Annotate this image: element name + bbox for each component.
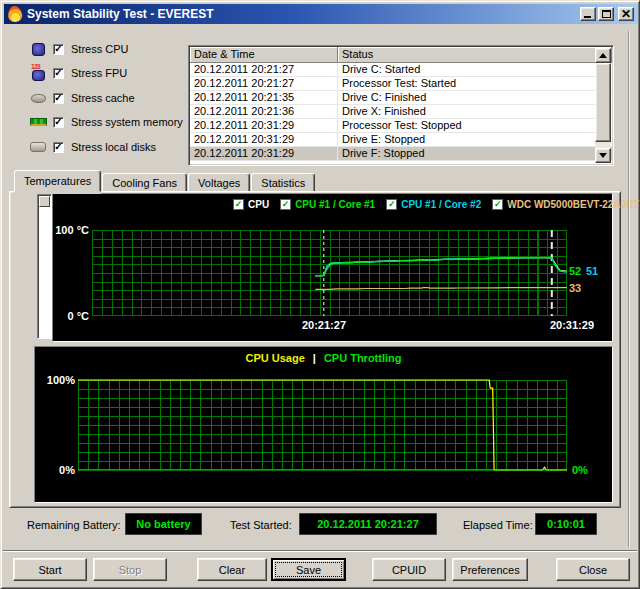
stress-checkbox[interactable]: ✓: [53, 142, 64, 153]
legend-label: CPU: [248, 199, 269, 210]
cache-icon: [29, 94, 47, 103]
temp-chart-left-scrollbar[interactable]: [37, 194, 52, 339]
tab-temperatures[interactable]: Temperatures: [14, 170, 101, 192]
mem-icon: [29, 118, 47, 126]
table-row[interactable]: 20.12.2011 20:31:29Drive E: Stopped: [190, 133, 612, 147]
titlebar[interactable]: System Stability Test - EVEREST ✕: [4, 4, 638, 24]
stress-option-row: ✓Stress cache: [29, 90, 135, 106]
cell-status: Drive C: Finished: [338, 91, 612, 104]
table-row[interactable]: 20.12.2011 20:21:36Drive X: Finished: [190, 105, 612, 119]
scroll-down-button[interactable]: [595, 148, 611, 163]
close-button[interactable]: ✕: [618, 7, 634, 21]
series-cpu: [315, 258, 567, 276]
battery-value: No battery: [125, 513, 202, 535]
usage-y-min-label: 0%: [49, 464, 75, 476]
stress-checkbox-label: Stress system memory: [71, 116, 183, 128]
event-log-inner: Date & Time Status 20.12.2011 20:21:27Dr…: [190, 47, 612, 164]
cell-datetime: 20.12.2011 20:31:29: [190, 147, 338, 160]
legend-item: ✓CPU: [233, 199, 269, 210]
scroll-down-icon: [599, 153, 607, 158]
legend-item: ✓CPU #1 / Core #2: [386, 199, 481, 210]
legend-checkbox[interactable]: ✓: [386, 199, 397, 210]
usage-y-max-label: 100%: [41, 374, 75, 386]
temperature-legend: ✓CPU✓CPU #1 / Core #1✓CPU #1 / Core #2✓W…: [233, 197, 640, 211]
legend-checkbox[interactable]: ✓: [492, 199, 503, 210]
clear-button[interactable]: Clear: [197, 558, 267, 581]
save-button[interactable]: Save: [271, 558, 346, 581]
temp-x-tick-end: 20:31:29: [542, 319, 602, 331]
legend-checkbox[interactable]: ✓: [280, 199, 291, 210]
tab-voltages[interactable]: Voltages: [188, 173, 250, 192]
cpuid-button[interactable]: CPUID: [372, 558, 446, 581]
system-stability-test-window: System Stability Test - EVEREST ✕ ✓Stres…: [0, 0, 640, 589]
cell-datetime: 20.12.2011 20:31:29: [190, 119, 338, 132]
cell-status: Drive C: Started: [338, 63, 612, 76]
cell-datetime: 20.12.2011 20:21:27: [190, 77, 338, 90]
legend-label: CPU #1 / Core #1: [295, 199, 375, 210]
temp-y-min-label: 0 °C: [61, 310, 89, 322]
battery-label: Remaining Battery:: [27, 519, 121, 531]
stress-option-row: 123✓Stress FPU: [29, 65, 127, 81]
close-button[interactable]: Close: [556, 558, 630, 581]
temp-y-max-label: 100 °C: [55, 224, 89, 236]
cell-datetime: 20.12.2011 20:31:29: [190, 133, 338, 146]
column-header-status[interactable]: Status: [338, 47, 612, 63]
usage-title-part: CPU Throttling: [324, 352, 402, 364]
app-flame-icon: [7, 5, 23, 23]
cell-status: Drive F: Stopped: [338, 147, 612, 160]
scroll-up-icon: [599, 53, 607, 58]
stress-option-row: ✓Stress local disks: [29, 139, 156, 155]
stress-checkbox[interactable]: ✓: [53, 44, 64, 55]
event-log-list[interactable]: Date & Time Status 20.12.2011 20:21:27Dr…: [188, 45, 614, 166]
list-scrollbar-thumb[interactable]: [595, 63, 611, 142]
cell-datetime: 20.12.2011 20:21:35: [190, 91, 338, 104]
close-icon: ✕: [619, 7, 633, 21]
test-started-label: Test Started:: [230, 519, 292, 531]
tab-statistics[interactable]: Statistics: [251, 173, 315, 192]
elapsed-time-value: 0:10:01: [535, 513, 597, 535]
end-value-label: 33: [569, 282, 581, 294]
cpu-usage-chart-panel: CPU Usage|CPU Throttling 100% 0% 0%: [34, 346, 613, 503]
column-header-datetime[interactable]: Date & Time: [190, 47, 338, 63]
stress-checkbox[interactable]: ✓: [53, 117, 64, 128]
legend-checkbox[interactable]: ✓: [233, 199, 244, 210]
maximize-button[interactable]: [598, 7, 614, 21]
legend-item: ✓CPU #1 / Core #1: [280, 199, 375, 210]
list-scrollbar[interactable]: [595, 48, 611, 163]
temperature-chart-panel: ✓CPU✓CPU #1 / Core #1✓CPU #1 / Core #2✓W…: [52, 193, 613, 342]
cell-status: Processor Test: Stopped: [338, 119, 612, 132]
event-log-rows: 20.12.2011 20:21:27Drive C: Started20.12…: [190, 63, 612, 161]
cell-datetime: 20.12.2011 20:21:36: [190, 105, 338, 118]
stress-option-row: ✓Stress CPU: [29, 41, 128, 57]
stress-checkbox-label: Stress local disks: [71, 141, 156, 153]
preferences-button[interactable]: Preferences: [452, 558, 528, 581]
cell-status: Drive E: Stopped: [338, 133, 612, 146]
table-row[interactable]: 20.12.2011 20:21:27Processor Test: Start…: [190, 77, 612, 91]
stress-checkbox[interactable]: ✓: [53, 93, 64, 104]
scroll-up-button[interactable]: [595, 48, 611, 63]
fpu-icon: 123: [29, 66, 47, 81]
cpu-icon: [29, 43, 47, 56]
stress-checkbox-label: Stress FPU: [71, 67, 127, 79]
table-row[interactable]: 20.12.2011 20:21:27Drive C: Started: [190, 63, 612, 77]
table-row[interactable]: 20.12.2011 20:21:35Drive C: Finished: [190, 91, 612, 105]
table-row[interactable]: 20.12.2011 20:31:29Processor Test: Stopp…: [190, 119, 612, 133]
throttling-value-label: 0%: [572, 464, 588, 476]
stop-button: Stop: [93, 558, 167, 581]
usage-title-part: |: [313, 352, 316, 364]
cell-status: Processor Test: Started: [338, 77, 612, 90]
usage-title-part: CPU Usage: [246, 352, 305, 364]
tab-cooling-fans[interactable]: Cooling Fans: [102, 173, 187, 192]
stress-checkbox[interactable]: ✓: [53, 68, 64, 79]
minimize-button[interactable]: [580, 7, 596, 21]
right-edge-groove: [628, 31, 630, 547]
table-row[interactable]: 20.12.2011 20:31:29Drive F: Stopped: [190, 147, 612, 161]
stress-checkbox-label: Stress cache: [71, 92, 135, 104]
temp-chart-left-scrollbar-thumb[interactable]: [39, 196, 50, 207]
legend-label: WDC WD5000BEVT-22A0RT0: [507, 199, 640, 210]
start-button[interactable]: Start: [13, 558, 87, 581]
temperature-plot: [92, 230, 567, 316]
series-wdc-wd5000bevt-22a0rt0: [315, 288, 567, 290]
elapsed-time-label: Elapsed Time:: [463, 519, 533, 531]
temp-x-tick-start: 20:21:27: [294, 319, 354, 331]
